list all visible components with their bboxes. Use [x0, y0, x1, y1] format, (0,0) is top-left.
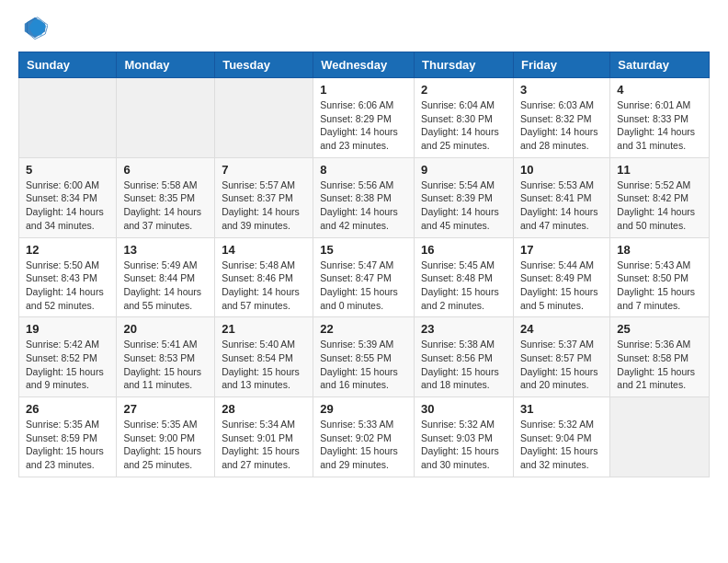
day-info: Sunrise: 6:01 AM Sunset: 8:33 PM Dayligh… [617, 98, 702, 153]
weekday-header-thursday: Thursday [415, 52, 514, 78]
day-info: Sunrise: 6:06 AM Sunset: 8:29 PM Dayligh… [320, 98, 407, 153]
calendar-week-1: 1Sunrise: 6:06 AM Sunset: 8:29 PM Daylig… [19, 78, 710, 158]
day-number: 28 [222, 402, 306, 416]
day-number: 14 [222, 243, 306, 257]
calendar-week-4: 19Sunrise: 5:42 AM Sunset: 8:52 PM Dayli… [19, 317, 710, 397]
day-number: 21 [222, 322, 306, 336]
day-number: 31 [520, 402, 603, 416]
day-info: Sunrise: 5:48 AM Sunset: 8:46 PM Dayligh… [222, 259, 306, 313]
weekday-header-tuesday: Tuesday [215, 52, 313, 78]
day-info: Sunrise: 5:45 AM Sunset: 8:48 PM Dayligh… [421, 259, 506, 313]
day-number: 19 [26, 322, 109, 336]
calendar-cell: 10Sunrise: 5:53 AM Sunset: 8:41 PM Dayli… [513, 157, 609, 237]
day-info: Sunrise: 5:32 AM Sunset: 9:03 PM Dayligh… [421, 418, 506, 472]
day-info: Sunrise: 5:53 AM Sunset: 8:41 PM Dayligh… [520, 178, 603, 233]
day-number: 29 [320, 402, 407, 416]
day-info: Sunrise: 5:57 AM Sunset: 8:37 PM Dayligh… [222, 178, 306, 233]
calendar-cell: 4Sunrise: 6:01 AM Sunset: 8:33 PM Daylig… [610, 78, 710, 158]
day-info: Sunrise: 5:40 AM Sunset: 8:54 PM Dayligh… [222, 338, 306, 392]
logo [18, 15, 48, 40]
day-info: Sunrise: 5:33 AM Sunset: 9:02 PM Dayligh… [320, 418, 407, 472]
header [18, 15, 710, 40]
calendar-cell [610, 397, 710, 477]
day-number: 1 [320, 83, 407, 97]
calendar-week-5: 26Sunrise: 5:35 AM Sunset: 8:59 PM Dayli… [19, 397, 710, 477]
day-info: Sunrise: 5:43 AM Sunset: 8:50 PM Dayligh… [617, 259, 702, 313]
day-number: 3 [520, 83, 603, 97]
day-info: Sunrise: 5:56 AM Sunset: 8:38 PM Dayligh… [320, 178, 407, 233]
day-info: Sunrise: 5:54 AM Sunset: 8:39 PM Dayligh… [421, 178, 506, 233]
day-number: 5 [26, 163, 109, 177]
calendar-cell: 12Sunrise: 5:50 AM Sunset: 8:43 PM Dayli… [19, 237, 117, 317]
day-info: Sunrise: 5:58 AM Sunset: 8:35 PM Dayligh… [123, 178, 208, 233]
weekday-header-row: SundayMondayTuesdayWednesdayThursdayFrid… [19, 52, 710, 78]
day-number: 22 [320, 322, 407, 336]
day-info: Sunrise: 5:38 AM Sunset: 8:56 PM Dayligh… [421, 338, 506, 392]
calendar-cell: 25Sunrise: 5:36 AM Sunset: 8:58 PM Dayli… [610, 317, 710, 397]
day-info: Sunrise: 6:03 AM Sunset: 8:32 PM Dayligh… [520, 98, 603, 153]
day-info: Sunrise: 5:35 AM Sunset: 9:00 PM Dayligh… [123, 418, 208, 472]
calendar-cell: 21Sunrise: 5:40 AM Sunset: 8:54 PM Dayli… [215, 317, 313, 397]
calendar-cell: 14Sunrise: 5:48 AM Sunset: 8:46 PM Dayli… [215, 237, 313, 317]
calendar-cell [117, 78, 215, 158]
calendar-cell: 24Sunrise: 5:37 AM Sunset: 8:57 PM Dayli… [513, 317, 609, 397]
calendar-cell: 31Sunrise: 5:32 AM Sunset: 9:04 PM Dayli… [513, 397, 609, 477]
day-number: 7 [222, 163, 306, 177]
day-info: Sunrise: 5:47 AM Sunset: 8:47 PM Dayligh… [320, 259, 407, 313]
calendar-cell: 1Sunrise: 6:06 AM Sunset: 8:29 PM Daylig… [313, 78, 415, 158]
day-number: 23 [421, 322, 506, 336]
day-number: 30 [421, 402, 506, 416]
calendar-week-2: 5Sunrise: 6:00 AM Sunset: 8:34 PM Daylig… [19, 157, 710, 237]
day-info: Sunrise: 6:00 AM Sunset: 8:34 PM Dayligh… [26, 178, 109, 233]
day-number: 17 [520, 243, 603, 257]
day-info: Sunrise: 5:50 AM Sunset: 8:43 PM Dayligh… [26, 259, 109, 313]
day-number: 26 [26, 402, 109, 416]
calendar-cell [215, 78, 313, 158]
day-info: Sunrise: 5:32 AM Sunset: 9:04 PM Dayligh… [520, 418, 603, 472]
calendar-cell: 8Sunrise: 5:56 AM Sunset: 8:38 PM Daylig… [313, 157, 415, 237]
calendar-cell: 23Sunrise: 5:38 AM Sunset: 8:56 PM Dayli… [415, 317, 514, 397]
logo-icon [22, 15, 48, 40]
weekday-header-wednesday: Wednesday [313, 52, 415, 78]
calendar-cell: 16Sunrise: 5:45 AM Sunset: 8:48 PM Dayli… [415, 237, 514, 317]
weekday-header-sunday: Sunday [19, 52, 117, 78]
calendar-cell: 11Sunrise: 5:52 AM Sunset: 8:42 PM Dayli… [610, 157, 710, 237]
day-number: 2 [421, 83, 506, 97]
calendar-cell: 6Sunrise: 5:58 AM Sunset: 8:35 PM Daylig… [117, 157, 215, 237]
calendar-cell: 17Sunrise: 5:44 AM Sunset: 8:49 PM Dayli… [513, 237, 609, 317]
day-number: 18 [617, 243, 702, 257]
calendar-week-3: 12Sunrise: 5:50 AM Sunset: 8:43 PM Dayli… [19, 237, 710, 317]
calendar-cell: 18Sunrise: 5:43 AM Sunset: 8:50 PM Dayli… [610, 237, 710, 317]
day-info: Sunrise: 5:36 AM Sunset: 8:58 PM Dayligh… [617, 338, 702, 392]
page: SundayMondayTuesdayWednesdayThursdayFrid… [0, 0, 728, 492]
day-number: 8 [320, 163, 407, 177]
calendar-cell: 2Sunrise: 6:04 AM Sunset: 8:30 PM Daylig… [415, 78, 514, 158]
calendar-cell: 9Sunrise: 5:54 AM Sunset: 8:39 PM Daylig… [415, 157, 514, 237]
calendar-cell: 19Sunrise: 5:42 AM Sunset: 8:52 PM Dayli… [19, 317, 117, 397]
day-number: 20 [123, 322, 208, 336]
calendar-cell: 28Sunrise: 5:34 AM Sunset: 9:01 PM Dayli… [215, 397, 313, 477]
calendar-cell: 27Sunrise: 5:35 AM Sunset: 9:00 PM Dayli… [117, 397, 215, 477]
weekday-header-saturday: Saturday [610, 52, 710, 78]
day-info: Sunrise: 5:34 AM Sunset: 9:01 PM Dayligh… [222, 418, 306, 472]
day-info: Sunrise: 5:52 AM Sunset: 8:42 PM Dayligh… [617, 178, 702, 233]
day-number: 27 [123, 402, 208, 416]
weekday-header-friday: Friday [513, 52, 609, 78]
day-info: Sunrise: 5:41 AM Sunset: 8:53 PM Dayligh… [123, 338, 208, 392]
day-number: 13 [123, 243, 208, 257]
day-info: Sunrise: 5:39 AM Sunset: 8:55 PM Dayligh… [320, 338, 407, 392]
day-number: 11 [617, 163, 702, 177]
day-number: 4 [617, 83, 702, 97]
calendar-cell: 30Sunrise: 5:32 AM Sunset: 9:03 PM Dayli… [415, 397, 514, 477]
day-number: 16 [421, 243, 506, 257]
day-info: Sunrise: 5:49 AM Sunset: 8:44 PM Dayligh… [123, 259, 208, 313]
day-number: 24 [520, 322, 603, 336]
day-number: 15 [320, 243, 407, 257]
day-number: 25 [617, 322, 702, 336]
day-number: 9 [421, 163, 506, 177]
calendar-cell: 20Sunrise: 5:41 AM Sunset: 8:53 PM Dayli… [117, 317, 215, 397]
day-number: 6 [123, 163, 208, 177]
weekday-header-monday: Monday [117, 52, 215, 78]
calendar-cell: 13Sunrise: 5:49 AM Sunset: 8:44 PM Dayli… [117, 237, 215, 317]
day-info: Sunrise: 5:37 AM Sunset: 8:57 PM Dayligh… [520, 338, 603, 392]
